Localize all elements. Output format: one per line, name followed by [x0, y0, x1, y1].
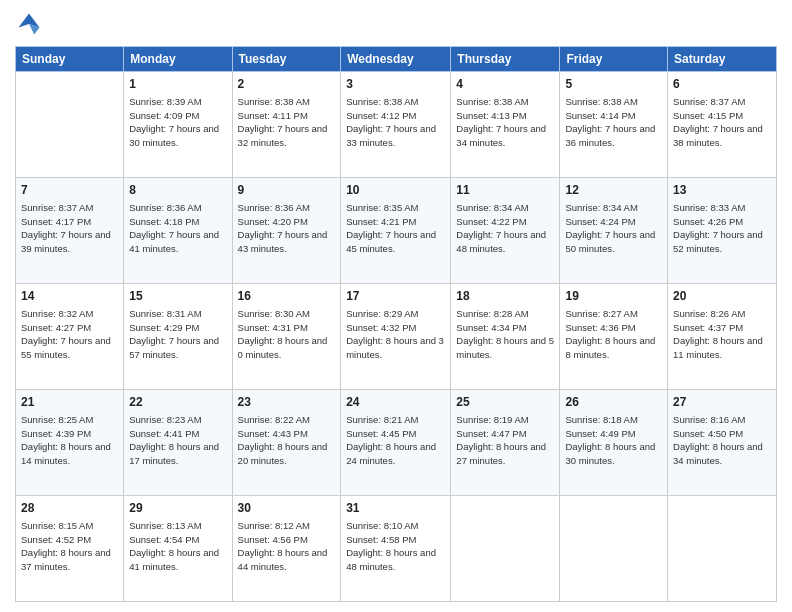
week-row-2: 7Sunrise: 8:37 AM Sunset: 4:17 PM Daylig…: [16, 178, 777, 284]
calendar-cell: 21Sunrise: 8:25 AM Sunset: 4:39 PM Dayli…: [16, 390, 124, 496]
day-info: Sunrise: 8:27 AM Sunset: 4:36 PM Dayligh…: [565, 307, 662, 362]
day-info: Sunrise: 8:37 AM Sunset: 4:15 PM Dayligh…: [673, 95, 771, 150]
calendar-cell: 24Sunrise: 8:21 AM Sunset: 4:45 PM Dayli…: [341, 390, 451, 496]
day-number: 9: [238, 182, 336, 199]
day-number: 16: [238, 288, 336, 305]
calendar-cell: 19Sunrise: 8:27 AM Sunset: 4:36 PM Dayli…: [560, 284, 668, 390]
week-row-4: 21Sunrise: 8:25 AM Sunset: 4:39 PM Dayli…: [16, 390, 777, 496]
header: [15, 10, 777, 38]
week-row-1: 1Sunrise: 8:39 AM Sunset: 4:09 PM Daylig…: [16, 72, 777, 178]
weekday-header-saturday: Saturday: [668, 47, 777, 72]
day-number: 10: [346, 182, 445, 199]
day-number: 3: [346, 76, 445, 93]
day-info: Sunrise: 8:32 AM Sunset: 4:27 PM Dayligh…: [21, 307, 118, 362]
week-row-5: 28Sunrise: 8:15 AM Sunset: 4:52 PM Dayli…: [16, 496, 777, 602]
calendar-cell: [560, 496, 668, 602]
calendar-cell: 25Sunrise: 8:19 AM Sunset: 4:47 PM Dayli…: [451, 390, 560, 496]
calendar-cell: 8Sunrise: 8:36 AM Sunset: 4:18 PM Daylig…: [124, 178, 232, 284]
day-number: 4: [456, 76, 554, 93]
calendar-cell: 9Sunrise: 8:36 AM Sunset: 4:20 PM Daylig…: [232, 178, 341, 284]
calendar-cell: 5Sunrise: 8:38 AM Sunset: 4:14 PM Daylig…: [560, 72, 668, 178]
logo-icon: [15, 10, 43, 38]
week-row-3: 14Sunrise: 8:32 AM Sunset: 4:27 PM Dayli…: [16, 284, 777, 390]
day-number: 29: [129, 500, 226, 517]
calendar-cell: 1Sunrise: 8:39 AM Sunset: 4:09 PM Daylig…: [124, 72, 232, 178]
calendar-cell: 3Sunrise: 8:38 AM Sunset: 4:12 PM Daylig…: [341, 72, 451, 178]
calendar-cell: 11Sunrise: 8:34 AM Sunset: 4:22 PM Dayli…: [451, 178, 560, 284]
day-number: 23: [238, 394, 336, 411]
day-info: Sunrise: 8:38 AM Sunset: 4:11 PM Dayligh…: [238, 95, 336, 150]
weekday-header-sunday: Sunday: [16, 47, 124, 72]
day-number: 21: [21, 394, 118, 411]
day-number: 22: [129, 394, 226, 411]
calendar-cell: [668, 496, 777, 602]
day-number: 7: [21, 182, 118, 199]
day-info: Sunrise: 8:38 AM Sunset: 4:13 PM Dayligh…: [456, 95, 554, 150]
calendar-cell: 12Sunrise: 8:34 AM Sunset: 4:24 PM Dayli…: [560, 178, 668, 284]
weekday-header-friday: Friday: [560, 47, 668, 72]
calendar-cell: 17Sunrise: 8:29 AM Sunset: 4:32 PM Dayli…: [341, 284, 451, 390]
calendar-cell: 6Sunrise: 8:37 AM Sunset: 4:15 PM Daylig…: [668, 72, 777, 178]
svg-marker-0: [19, 14, 40, 28]
day-number: 1: [129, 76, 226, 93]
day-number: 2: [238, 76, 336, 93]
day-number: 26: [565, 394, 662, 411]
day-info: Sunrise: 8:36 AM Sunset: 4:20 PM Dayligh…: [238, 201, 336, 256]
weekday-header-row: SundayMondayTuesdayWednesdayThursdayFrid…: [16, 47, 777, 72]
calendar-cell: 20Sunrise: 8:26 AM Sunset: 4:37 PM Dayli…: [668, 284, 777, 390]
day-info: Sunrise: 8:19 AM Sunset: 4:47 PM Dayligh…: [456, 413, 554, 468]
weekday-header-monday: Monday: [124, 47, 232, 72]
day-info: Sunrise: 8:21 AM Sunset: 4:45 PM Dayligh…: [346, 413, 445, 468]
day-info: Sunrise: 8:18 AM Sunset: 4:49 PM Dayligh…: [565, 413, 662, 468]
day-info: Sunrise: 8:16 AM Sunset: 4:50 PM Dayligh…: [673, 413, 771, 468]
day-info: Sunrise: 8:39 AM Sunset: 4:09 PM Dayligh…: [129, 95, 226, 150]
day-number: 25: [456, 394, 554, 411]
weekday-header-wednesday: Wednesday: [341, 47, 451, 72]
day-number: 8: [129, 182, 226, 199]
day-number: 31: [346, 500, 445, 517]
weekday-header-thursday: Thursday: [451, 47, 560, 72]
day-info: Sunrise: 8:15 AM Sunset: 4:52 PM Dayligh…: [21, 519, 118, 574]
calendar-cell: [16, 72, 124, 178]
day-number: 13: [673, 182, 771, 199]
calendar-cell: 18Sunrise: 8:28 AM Sunset: 4:34 PM Dayli…: [451, 284, 560, 390]
calendar-cell: 2Sunrise: 8:38 AM Sunset: 4:11 PM Daylig…: [232, 72, 341, 178]
day-info: Sunrise: 8:36 AM Sunset: 4:18 PM Dayligh…: [129, 201, 226, 256]
calendar-cell: 26Sunrise: 8:18 AM Sunset: 4:49 PM Dayli…: [560, 390, 668, 496]
logo: [15, 10, 47, 38]
day-number: 18: [456, 288, 554, 305]
day-number: 30: [238, 500, 336, 517]
day-info: Sunrise: 8:26 AM Sunset: 4:37 PM Dayligh…: [673, 307, 771, 362]
day-info: Sunrise: 8:13 AM Sunset: 4:54 PM Dayligh…: [129, 519, 226, 574]
calendar-cell: 7Sunrise: 8:37 AM Sunset: 4:17 PM Daylig…: [16, 178, 124, 284]
calendar-cell: 14Sunrise: 8:32 AM Sunset: 4:27 PM Dayli…: [16, 284, 124, 390]
calendar-cell: 4Sunrise: 8:38 AM Sunset: 4:13 PM Daylig…: [451, 72, 560, 178]
calendar-cell: 29Sunrise: 8:13 AM Sunset: 4:54 PM Dayli…: [124, 496, 232, 602]
calendar-cell: 28Sunrise: 8:15 AM Sunset: 4:52 PM Dayli…: [16, 496, 124, 602]
day-info: Sunrise: 8:23 AM Sunset: 4:41 PM Dayligh…: [129, 413, 226, 468]
day-info: Sunrise: 8:29 AM Sunset: 4:32 PM Dayligh…: [346, 307, 445, 362]
page: SundayMondayTuesdayWednesdayThursdayFrid…: [0, 0, 792, 612]
day-info: Sunrise: 8:33 AM Sunset: 4:26 PM Dayligh…: [673, 201, 771, 256]
calendar-cell: 13Sunrise: 8:33 AM Sunset: 4:26 PM Dayli…: [668, 178, 777, 284]
day-info: Sunrise: 8:28 AM Sunset: 4:34 PM Dayligh…: [456, 307, 554, 362]
day-info: Sunrise: 8:31 AM Sunset: 4:29 PM Dayligh…: [129, 307, 226, 362]
day-number: 28: [21, 500, 118, 517]
day-info: Sunrise: 8:35 AM Sunset: 4:21 PM Dayligh…: [346, 201, 445, 256]
calendar-cell: 10Sunrise: 8:35 AM Sunset: 4:21 PM Dayli…: [341, 178, 451, 284]
day-info: Sunrise: 8:34 AM Sunset: 4:22 PM Dayligh…: [456, 201, 554, 256]
day-number: 27: [673, 394, 771, 411]
calendar-cell: [451, 496, 560, 602]
day-info: Sunrise: 8:25 AM Sunset: 4:39 PM Dayligh…: [21, 413, 118, 468]
day-info: Sunrise: 8:38 AM Sunset: 4:12 PM Dayligh…: [346, 95, 445, 150]
calendar-cell: 30Sunrise: 8:12 AM Sunset: 4:56 PM Dayli…: [232, 496, 341, 602]
day-info: Sunrise: 8:38 AM Sunset: 4:14 PM Dayligh…: [565, 95, 662, 150]
day-info: Sunrise: 8:34 AM Sunset: 4:24 PM Dayligh…: [565, 201, 662, 256]
calendar-cell: 23Sunrise: 8:22 AM Sunset: 4:43 PM Dayli…: [232, 390, 341, 496]
day-info: Sunrise: 8:22 AM Sunset: 4:43 PM Dayligh…: [238, 413, 336, 468]
calendar-table: SundayMondayTuesdayWednesdayThursdayFrid…: [15, 46, 777, 602]
day-number: 17: [346, 288, 445, 305]
day-number: 15: [129, 288, 226, 305]
day-number: 24: [346, 394, 445, 411]
weekday-header-tuesday: Tuesday: [232, 47, 341, 72]
